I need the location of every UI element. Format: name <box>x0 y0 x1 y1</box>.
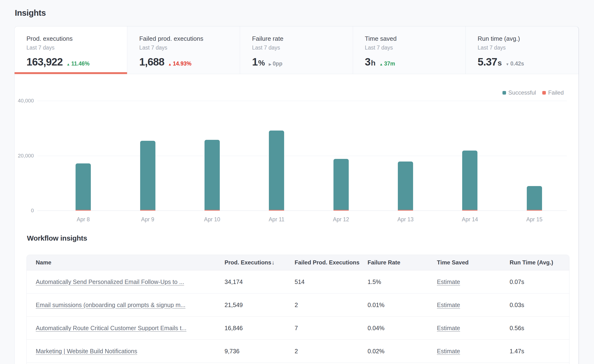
prod-executions-cell: 34,174 <box>224 278 295 285</box>
metric-card-value-row: 5.37s ▼0.42s <box>478 56 571 68</box>
failed-prod-executions-cell: 2 <box>295 302 368 309</box>
failure-rate-cell: 0.01% <box>368 302 437 309</box>
trend-badge: ▲14.93% <box>168 60 191 67</box>
workflow-link[interactable]: Marketing | Website Build Notifications <box>36 348 137 354</box>
metric-card-title: Time saved <box>365 35 458 42</box>
prod-executions-cell: 16,846 <box>224 325 295 332</box>
failed-prod-executions-cell: 2 <box>295 348 368 355</box>
trend-up-icon: ▲ <box>379 62 383 66</box>
workflow-name-cell: Marketing | Website Build Notifications <box>27 348 215 355</box>
column-header-time-saved[interactable]: Time Saved <box>437 259 510 266</box>
metric-card-title: Prod. executions <box>27 35 120 42</box>
bar-slot-apr-11: Apr 11 <box>244 101 309 211</box>
x-axis-label: Apr 14 <box>438 216 502 223</box>
gridline <box>37 211 567 211</box>
bar-failed <box>75 210 91 211</box>
trend-up-icon: ▲ <box>67 62 70 66</box>
column-header-run-time-avg[interactable]: Run Time (Avg.) <box>510 259 569 266</box>
x-axis-label: Apr 10 <box>180 216 244 223</box>
table-row: Automatically Send Personalized Email Fo… <box>27 270 569 293</box>
column-header-failure-rate[interactable]: Failure Rate <box>368 259 437 266</box>
metric-card-title: Run time (avg.) <box>478 35 571 42</box>
workflow-link[interactable]: Automatically Send Personalized Email Fo… <box>36 278 184 285</box>
metric-card-value-row: 1,688 ▲14.93% <box>139 56 233 68</box>
run-time-avg-cell: 0.03s <box>510 302 569 309</box>
bar-successful <box>462 151 477 210</box>
insights-page: Insights Prod. executions Last 7 days 16… <box>0 0 594 364</box>
trend-neutral-icon: ▶ <box>269 62 271 66</box>
estimate-link[interactable]: Estimate <box>437 348 460 354</box>
metric-card-prod-executions[interactable]: Prod. executions Last 7 days 163,922 ▲11… <box>14 26 127 74</box>
metric-cards-row: Prod. executions Last 7 days 163,922 ▲11… <box>14 26 579 74</box>
trend-value: 37m <box>384 60 395 67</box>
bar-failed <box>269 210 284 211</box>
column-header-prod-executions[interactable]: Prod. Executions↓ <box>224 259 295 266</box>
metric-card-time-saved[interactable]: Time saved Last 7 days 3h ▲37m <box>353 26 466 74</box>
table-row-partial <box>27 363 569 364</box>
workflow-insights-heading: Workflow insights <box>27 234 87 242</box>
column-header-name[interactable]: Name <box>27 259 224 266</box>
bar-successful <box>527 186 542 210</box>
failed-prod-executions-cell: 514 <box>295 278 368 285</box>
metric-card-failure-rate[interactable]: Failure rate Last 7 days 1% ▶0pp <box>240 26 353 74</box>
bar-slot-apr-14: Apr 14 <box>438 101 502 211</box>
sort-descending-icon: ↓ <box>272 259 275 266</box>
column-header-failed-prod-executions[interactable]: Failed Prod. Executions <box>295 259 368 266</box>
estimate-link[interactable]: Estimate <box>437 278 460 285</box>
metric-card-run-time-avg[interactable]: Run time (avg.) Last 7 days 5.37s ▼0.42s <box>466 26 579 74</box>
bar-stack <box>204 140 220 211</box>
failure-rate-cell: 0.04% <box>368 325 437 332</box>
estimate-link[interactable]: Estimate <box>437 302 460 308</box>
bar-failed <box>140 210 155 211</box>
workflow-link[interactable]: Automatically Route Critical Customer Su… <box>36 325 186 331</box>
bar-slot-apr-9: Apr 9 <box>115 101 180 211</box>
metric-card-value: 163,922 <box>27 56 63 68</box>
metric-card-failed-prod-executions[interactable]: Failed prod. executions Last 7 days 1,68… <box>127 26 240 74</box>
legend-item-failed[interactable]: Failed <box>542 89 564 96</box>
estimate-link[interactable]: Estimate <box>437 325 460 331</box>
run-time-avg-cell: 0.07s <box>510 278 569 285</box>
trend-value: 0pp <box>273 60 283 67</box>
bar-failed <box>398 210 413 211</box>
metric-card-unit: s <box>498 59 502 67</box>
bar-stack <box>269 131 284 211</box>
metric-card-subtitle: Last 7 days <box>27 45 120 51</box>
bar-slot-apr-8: Apr 8 <box>51 101 115 211</box>
legend-item-successful[interactable]: Successful <box>502 89 536 96</box>
x-axis-label: Apr 12 <box>309 216 373 223</box>
y-axis-tick-label: 20,000 <box>14 152 34 159</box>
time-saved-cell: Estimate <box>437 278 510 285</box>
prod-executions-cell: 21,549 <box>224 302 295 309</box>
bar-slot-apr-12: Apr 12 <box>309 101 373 211</box>
trend-value: 0.42s <box>510 60 524 67</box>
failure-rate-cell: 1.5% <box>368 278 437 285</box>
failure-rate-cell: 0.02% <box>368 348 437 355</box>
bar-slot-apr-13: Apr 13 <box>373 101 438 211</box>
bar-stack <box>140 141 155 211</box>
workflow-link[interactable]: Email sumissions (onboarding call prompt… <box>36 302 185 308</box>
bar-stack <box>75 163 91 211</box>
time-saved-cell: Estimate <box>437 348 510 355</box>
failed-prod-executions-cell: 7 <box>295 325 368 332</box>
run-time-avg-cell: 0.56s <box>510 325 569 332</box>
table-header-row: Name Prod. Executions↓ Failed Prod. Exec… <box>27 255 569 270</box>
trend-value: 14.93% <box>173 60 191 67</box>
metric-card-value-row: 163,922 ▲11.46% <box>27 56 120 68</box>
trend-down-icon: ▼ <box>506 62 509 66</box>
x-axis-label: Apr 9 <box>115 216 180 223</box>
metric-card-subtitle: Last 7 days <box>139 45 233 51</box>
metric-card-title: Failed prod. executions <box>139 35 233 42</box>
bar-successful <box>333 159 349 210</box>
metric-card-title: Failure rate <box>252 35 345 42</box>
trend-value: 11.46% <box>71 60 90 67</box>
bar-slot-apr-10: Apr 10 <box>180 101 244 211</box>
metric-card-subtitle: Last 7 days <box>252 45 345 51</box>
bar-successful <box>204 140 220 210</box>
bar-successful <box>269 131 284 210</box>
metric-card-subtitle: Last 7 days <box>365 45 458 51</box>
bar-successful <box>75 163 91 210</box>
bar-failed <box>527 210 542 211</box>
bar-failed <box>462 210 477 211</box>
run-time-avg-cell: 1.47s <box>510 348 569 355</box>
chart-legend: Successful Failed <box>502 89 564 96</box>
